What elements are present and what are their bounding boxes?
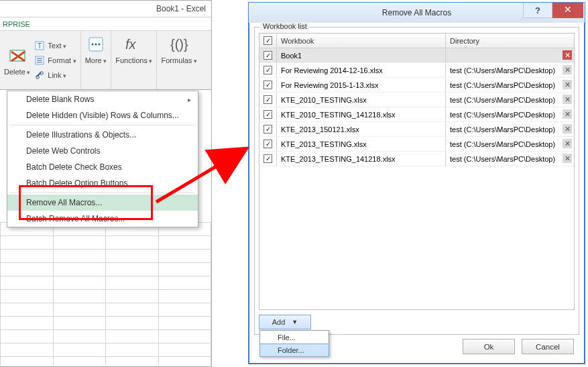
svg-point-14: [98, 44, 100, 46]
svg-text:T: T: [38, 42, 42, 50]
group-legend: Workbook list: [260, 22, 310, 30]
menu-delete-hidden-rows[interactable]: Delete Hidden (Visible) Rows & Columns..…: [7, 107, 198, 123]
worksheet-grid[interactable]: [0, 222, 211, 367]
row-directory: test (C:\Users\MarsPC\Desktop)✕: [446, 93, 574, 107]
menu-label: Folder...: [278, 346, 304, 354]
checkbox-icon: [263, 51, 272, 60]
more-icon: [85, 34, 107, 55]
menu-label: Delete Illustrations & Objects...: [26, 130, 136, 140]
formulas-button[interactable]: {()} Formulas: [161, 34, 196, 64]
add-button-row: Add ▼ File... Folder...: [259, 314, 575, 330]
header-checkbox-cell[interactable]: [259, 34, 277, 48]
row-workbook: KTE_2010_TESTING.xlsx: [277, 93, 446, 107]
ribbon-tab-row: RPRISE: [0, 17, 211, 31]
excel-title-text: Book1 - Excel: [156, 4, 206, 13]
row-checkbox-cell[interactable]: [259, 122, 277, 136]
text-button[interactable]: T Text: [34, 39, 76, 52]
menu-label: File...: [278, 333, 296, 342]
row-checkbox-cell[interactable]: [259, 137, 277, 151]
row-workbook: For Reviewing 2014-12-16.xlsx: [277, 63, 446, 77]
checkbox-icon: [263, 110, 272, 119]
table-body: Book1✕For Reviewing 2014-12-16.xlsxtest …: [259, 48, 574, 309]
ok-button[interactable]: Ok: [463, 339, 515, 354]
row-checkbox-cell[interactable]: [259, 107, 277, 121]
table-row[interactable]: KTE_2010_TESTING.xlsxtest (C:\Users\Mars…: [259, 93, 574, 107]
header-directory[interactable]: Directory: [446, 34, 574, 48]
table-row[interactable]: Book1✕: [259, 48, 574, 63]
table-row[interactable]: KTE_2010_TESTING_141218.xlsxtest (C:\Use…: [259, 107, 574, 122]
menu-batch-delete-checkboxes[interactable]: Batch Delete Check Boxes: [7, 159, 198, 175]
braces-icon: {()}: [168, 34, 190, 55]
checkbox-icon: [263, 154, 272, 163]
table-row[interactable]: KTE_2013_150121.xlsxtest (C:\Users\MarsP…: [259, 122, 574, 137]
row-workbook: KTE_2013_TESTING_141218.xlsx: [277, 152, 446, 166]
delete-icon: [7, 45, 28, 66]
menu-delete-blank-rows[interactable]: Delete Blank Rows: [7, 91, 198, 107]
menu-label: Batch Delete Option Buttons: [26, 178, 127, 188]
remove-macros-dialog: Remove All Macros ? ✕ Workbook list Work…: [248, 2, 585, 364]
link-label: Link: [48, 71, 66, 79]
remove-row-button[interactable]: ✕: [563, 109, 572, 119]
add-menu-file[interactable]: File...: [260, 331, 329, 344]
menu-remove-all-macros[interactable]: Remove All Macros...: [7, 195, 198, 211]
ribbon-tab-label[interactable]: RPRISE: [3, 20, 30, 28]
row-workbook: For Reviewing 2015-1-13.xlsx: [277, 78, 446, 92]
row-checkbox-cell[interactable]: [259, 93, 277, 107]
format-button[interactable]: Format: [34, 54, 76, 67]
checkbox-icon: [263, 125, 272, 134]
menu-batch-delete-option-buttons[interactable]: Batch Delete Option Buttons: [7, 175, 198, 191]
link-button[interactable]: Link: [34, 68, 76, 82]
menu-delete-web-controls[interactable]: Delete Web Controls: [7, 143, 198, 159]
remove-row-button[interactable]: ✕: [563, 95, 572, 104]
checkbox-icon: [263, 36, 272, 45]
menu-label: Remove All Macros...: [26, 198, 102, 207]
remove-row-button[interactable]: ✕: [563, 124, 572, 134]
more-button[interactable]: More: [85, 34, 107, 64]
remove-row-button[interactable]: ✕: [563, 80, 572, 89]
cancel-label: Cancel: [536, 343, 560, 351]
close-button[interactable]: ✕: [552, 3, 583, 18]
row-directory: ✕: [446, 48, 574, 62]
menu-separator: [10, 125, 195, 125]
functions-label: Functions: [115, 56, 152, 64]
svg-point-13: [95, 44, 97, 46]
add-label: Add: [272, 318, 286, 326]
table-row[interactable]: For Reviewing 2015-1-13.xlsxtest (C:\Use…: [259, 78, 574, 93]
checkbox-icon: [263, 140, 272, 148]
ribbon-small-stack: T Text Format Link: [34, 39, 76, 82]
dialog-titlebar[interactable]: Remove All Macros ? ✕: [249, 3, 585, 23]
row-checkbox-cell[interactable]: [259, 48, 277, 62]
text-label: Text: [48, 42, 66, 50]
cancel-button[interactable]: Cancel: [522, 339, 574, 354]
remove-row-button[interactable]: ✕: [563, 139, 572, 148]
text-icon: T: [34, 40, 45, 51]
remove-row-button[interactable]: ✕: [563, 50, 572, 60]
dialog-body: Workbook list Workbook Directory Book1✕F…: [249, 23, 585, 364]
row-checkbox-cell[interactable]: [259, 78, 277, 92]
checkbox-icon: [263, 81, 272, 89]
row-directory: test (C:\Users\MarsPC\Desktop)✕: [446, 78, 574, 92]
functions-button[interactable]: fx Functions: [115, 34, 152, 64]
menu-delete-illustrations[interactable]: Delete Illustrations & Objects...: [7, 127, 198, 143]
add-dropdown-menu: File... Folder...: [259, 330, 329, 357]
table-row[interactable]: KTE_2013_TESTING_141218.xlsxtest (C:\Use…: [259, 152, 574, 166]
row-directory: test (C:\Users\MarsPC\Desktop)✕: [446, 122, 574, 136]
dialog-title: Remove All Macros: [382, 8, 451, 17]
add-button[interactable]: Add ▼ File... Folder...: [259, 315, 311, 329]
remove-row-button[interactable]: ✕: [563, 154, 572, 163]
menu-batch-remove-all-macros[interactable]: Batch Remove All Macros...: [7, 211, 198, 227]
svg-point-12: [91, 44, 93, 46]
row-workbook: Book1: [277, 48, 446, 62]
delete-button[interactable]: Delete: [4, 45, 30, 76]
row-checkbox-cell[interactable]: [259, 152, 277, 166]
add-menu-folder[interactable]: Folder...: [259, 344, 329, 357]
table-row[interactable]: For Reviewing 2014-12-16.xlsxtest (C:\Us…: [259, 63, 574, 78]
format-icon: [34, 55, 45, 66]
row-checkbox-cell[interactable]: [259, 63, 277, 77]
table-row[interactable]: KTE_2013_TESTING.xlsxtest (C:\Users\Mars…: [259, 137, 574, 152]
remove-row-button[interactable]: ✕: [563, 65, 572, 74]
help-button[interactable]: ?: [523, 3, 552, 18]
header-workbook[interactable]: Workbook: [277, 34, 446, 48]
ribbon-group-functions: fx Functions: [111, 31, 157, 89]
menu-label: Delete Web Controls: [26, 146, 101, 156]
